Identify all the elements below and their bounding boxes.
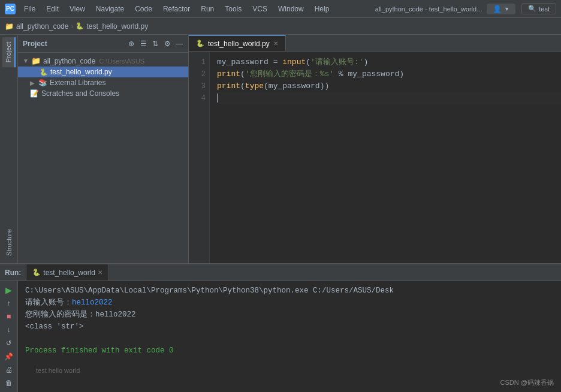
ext-libs-arrow: ▶ [30, 80, 36, 86]
add-icon[interactable]: ⊕ [127, 40, 135, 48]
folder-icon: 📁 [5, 22, 14, 31]
tab-close-button[interactable]: ✕ [273, 40, 278, 47]
project-panel-title: Project [23, 40, 47, 48]
run-up-button[interactable]: ↑ [2, 298, 16, 309]
breadcrumb-file[interactable]: test_hello_world.py [86, 22, 148, 31]
run-panel: Run: 🐍 test_hello_world ✕ ▶ ↑ ■ ↓ ↺ 📌 🖨 [0, 263, 561, 392]
tree-root-label: all_python_code [43, 57, 95, 65]
editor-area: 🐍 test_hello_world.py ✕ 1 2 3 4 my_passw… [189, 35, 561, 263]
run-sidebar: ▶ ↑ ■ ↓ ↺ 📌 🖨 🗑 [0, 281, 18, 392]
line-num-3: 3 [189, 80, 206, 92]
left-sidebar: Project Structure [0, 35, 18, 263]
menu-bar: File Edit View Navigate Code Refactor Ru… [19, 4, 375, 14]
ext-libs-label: External Libraries [50, 79, 105, 87]
user-menu[interactable]: 👤 ▼ [487, 4, 515, 14]
editor-tabs: 🐍 test_hello_world.py ✕ [189, 35, 561, 52]
lib-icon: 📚 [38, 79, 47, 87]
user-icon: 👤 [493, 5, 502, 13]
minimize-icon[interactable]: — [175, 40, 183, 48]
search-box[interactable]: 🔍 test [521, 3, 556, 14]
code-line-4 [217, 92, 561, 104]
tree-item-scratches[interactable]: 📝 Scratches and Consoles [18, 88, 188, 99]
tree-root-path: C:\Users\ASUS [99, 58, 144, 65]
tab-label: test_hello_world.py [208, 40, 270, 48]
output-line-1: C:\Users\ASUS\AppData\Local\Programs\Pyt… [25, 285, 554, 297]
output-line-5 [25, 333, 554, 345]
line-num-1: 1 [189, 56, 206, 68]
menu-window[interactable]: Window [273, 4, 309, 14]
tab-file-icon: 🐍 [196, 40, 204, 47]
search-text: test [539, 5, 550, 13]
breadcrumb-separator: › [71, 22, 73, 31]
menu-tools[interactable]: Tools [220, 4, 246, 14]
menu-edit[interactable]: Edit [41, 4, 64, 14]
menu-view[interactable]: View [65, 4, 90, 14]
editor-content[interactable]: 1 2 3 4 my_password = input('请输入账号:') pr… [189, 52, 561, 263]
line-num-2: 2 [189, 68, 206, 80]
menu-file[interactable]: File [19, 4, 40, 14]
run-label: Run: [5, 269, 21, 277]
editor-tab-active[interactable]: 🐍 test_hello_world.py ✕ [189, 35, 286, 51]
code-line-1: my_password = input('请输入账号:') [217, 56, 561, 68]
run-stop-button[interactable]: ■ [2, 311, 16, 322]
run-down-button[interactable]: ↓ [2, 324, 16, 335]
list-icon[interactable]: ☰ [139, 40, 147, 48]
run-delete-button[interactable]: 🗑 [2, 378, 16, 388]
project-panel: Project ⊕ ☰ ⇅ ⚙ — ▼ 📁 all_python_code C:… [18, 35, 189, 263]
breadcrumb-project[interactable]: all_python_code [16, 22, 68, 31]
app-logo: PC [5, 4, 16, 14]
file-icon-breadcrumb: 🐍 [76, 22, 84, 30]
structure-sidebar-tab[interactable]: Structure [3, 224, 15, 261]
line-num-4: 4 [189, 92, 206, 104]
menu-code[interactable]: Code [130, 4, 157, 14]
title-bar: PC File Edit View Navigate Code Refactor… [0, 0, 561, 18]
code-editor[interactable]: my_password = input('请输入账号:') print('您刚输… [210, 52, 561, 263]
run-toolbar: Run: 🐍 test_hello_world ✕ [0, 264, 561, 281]
main-layout: Project Structure Project ⊕ ☰ ⇅ ⚙ — ▼ [0, 35, 561, 392]
settings-icon[interactable]: ⚙ [163, 40, 171, 48]
run-tab-close[interactable]: ✕ [98, 269, 102, 276]
py-file-icon: 🐍 [40, 68, 48, 76]
code-line-2: print('您刚输入的密码是：%s' % my_password) [217, 68, 561, 80]
output-line-6: Process finished with exit code 0 [25, 345, 554, 357]
ide-top: Project Structure Project ⊕ ☰ ⇅ ⚙ — ▼ [0, 35, 561, 263]
py-file-label: test_hello_world.py [50, 68, 112, 76]
run-pin-button[interactable]: 📌 [2, 351, 16, 362]
dropdown-arrow: ▼ [504, 6, 509, 12]
search-icon: 🔍 [528, 5, 536, 13]
project-tree: ▼ 📁 all_python_code C:\Users\ASUS 🐍 test… [18, 53, 188, 263]
menu-run[interactable]: Run [196, 4, 219, 14]
watermark: CSDN @码辣香锅 [500, 378, 554, 387]
run-tab-icon: 🐍 [32, 269, 41, 276]
run-output: C:\Users\ASUS\AppData\Local\Programs\Pyt… [18, 281, 561, 392]
tree-item-ext-libs[interactable]: ▶ 📚 External Libraries [18, 77, 188, 88]
project-title: all_python_code - test_hello_world... [375, 5, 482, 13]
scratches-label: Scratches and Consoles [41, 89, 119, 98]
output-input-value: hello2022 [72, 298, 113, 307]
output-line-4: <class 'str'> [25, 321, 554, 333]
run-tab-label: test_hello_world [43, 269, 95, 277]
scratch-icon: 📝 [30, 89, 39, 98]
code-line-3: print(type(my_password)) [217, 80, 561, 92]
project-toolbar: Project ⊕ ☰ ⇅ ⚙ — [18, 35, 188, 53]
project-sidebar-tab[interactable]: Project [2, 37, 16, 67]
run-print-button[interactable]: 🖨 [2, 364, 16, 375]
menu-help[interactable]: Help [310, 4, 334, 14]
menu-vcs[interactable]: VCS [248, 4, 272, 14]
output-line-2: 请输入账号：hello2022 [25, 297, 554, 309]
menu-refactor[interactable]: Refactor [158, 4, 195, 14]
tree-item-py-file[interactable]: 🐍 test_hello_world.py [18, 67, 188, 77]
run-layout: ▶ ↑ ■ ↓ ↺ 📌 🖨 🗑 C:\Users\ASUS\AppData\Lo… [0, 281, 561, 392]
sort-icon[interactable]: ⇅ [151, 40, 159, 48]
run-tab[interactable]: 🐍 test_hello_world ✕ [26, 264, 109, 281]
breadcrumb: 📁 all_python_code › 🐍 test_hello_world.p… [0, 18, 561, 35]
run-rerun-button[interactable]: ↺ [2, 338, 16, 349]
tree-root[interactable]: ▼ 📁 all_python_code C:\Users\ASUS [18, 55, 188, 67]
bottom-status-text: test hello world [36, 367, 80, 374]
menu-navigate[interactable]: Navigate [91, 4, 129, 14]
line-numbers: 1 2 3 4 [189, 52, 210, 263]
expand-arrow: ▼ [23, 58, 29, 64]
output-line-3: 您刚输入的密码是：hello2022 [25, 309, 554, 321]
folder-icon-root: 📁 [31, 56, 41, 65]
run-play-button[interactable]: ▶ [2, 285, 16, 295]
